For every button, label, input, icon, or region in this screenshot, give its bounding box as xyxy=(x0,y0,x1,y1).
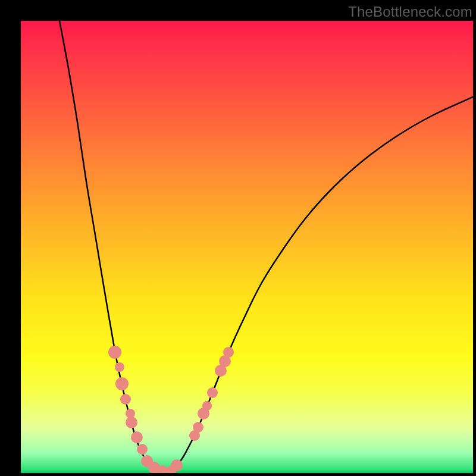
data-marker xyxy=(131,431,143,443)
data-marker xyxy=(202,401,212,411)
watermark-text: TheBottleneck.com xyxy=(348,4,472,20)
data-marker xyxy=(115,377,129,390)
plot-area xyxy=(21,21,473,473)
data-marker xyxy=(193,422,203,433)
data-marker xyxy=(207,387,218,398)
data-marker xyxy=(126,416,137,428)
data-marker xyxy=(171,459,183,471)
data-marker xyxy=(120,394,131,405)
bottleneck-curve xyxy=(60,21,473,471)
chart-frame: TheBottleneck.com xyxy=(0,0,476,476)
data-marker xyxy=(115,362,124,372)
data-marker xyxy=(108,346,121,359)
chart-overlay xyxy=(21,21,473,473)
data-marker xyxy=(223,347,234,358)
data-marker xyxy=(137,444,148,455)
